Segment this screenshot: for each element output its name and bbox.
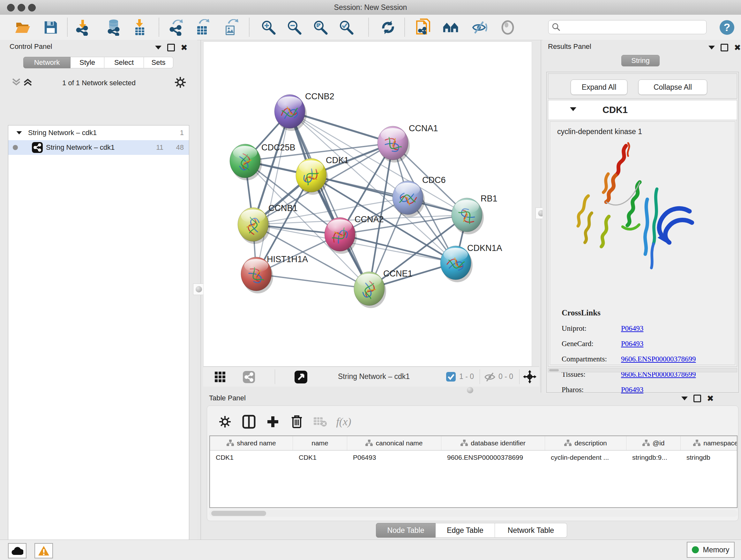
node-RB1[interactable]: RB1 bbox=[452, 194, 497, 234]
export-network-icon[interactable] bbox=[168, 19, 185, 36]
toolbar-separator bbox=[67, 18, 68, 37]
gear-icon[interactable] bbox=[174, 76, 186, 88]
select-columns-icon[interactable] bbox=[240, 413, 258, 431]
tab-node-table[interactable]: Node Table bbox=[376, 523, 435, 538]
results-hscrollbar[interactable] bbox=[548, 368, 737, 372]
refresh-icon[interactable] bbox=[380, 19, 396, 36]
network-row[interactable]: String Network – cdk1 11 48 bbox=[8, 140, 189, 155]
cell-name[interactable]: CDK1 bbox=[293, 450, 347, 464]
crosslink-link[interactable]: P06493 bbox=[621, 324, 643, 333]
column-header-@id[interactable]: @id bbox=[626, 436, 681, 450]
houses-icon[interactable] bbox=[443, 19, 459, 36]
crosslink-link[interactable]: P06493 bbox=[621, 386, 643, 394]
import-network-file-icon[interactable] bbox=[74, 19, 91, 36]
cell-database-identifier[interactable]: 9606.ENSP00000378699 bbox=[441, 450, 545, 464]
panel-menu-icon[interactable] bbox=[709, 46, 715, 50]
network-from-selection-icon[interactable] bbox=[415, 19, 432, 36]
collapse-all-button[interactable]: Collapse All bbox=[638, 79, 707, 95]
float-panel-icon[interactable] bbox=[721, 44, 728, 51]
crosslink-link[interactable]: 9606.ENSP00000378699 bbox=[621, 355, 696, 363]
cell-@id[interactable]: stringdb:9... bbox=[626, 450, 681, 464]
panel-menu-icon[interactable] bbox=[155, 46, 161, 50]
save-session-icon[interactable] bbox=[43, 19, 59, 36]
birdseye-view-icon[interactable] bbox=[294, 371, 307, 383]
results-panel-title: Results Panel bbox=[548, 43, 591, 51]
open-file-icon[interactable] bbox=[14, 19, 30, 36]
export-table-icon[interactable] bbox=[194, 19, 210, 36]
delete-table-icon[interactable] bbox=[311, 413, 329, 431]
cell-description[interactable]: cyclin-dependent ... bbox=[545, 450, 626, 464]
network-selection-status: 1 of 1 Network selected bbox=[38, 79, 159, 87]
tab-sets[interactable]: Sets bbox=[144, 57, 173, 68]
crosslink-link[interactable]: P06493 bbox=[621, 340, 643, 348]
cloud-button[interactable] bbox=[8, 543, 26, 558]
table-hscrollbar[interactable] bbox=[209, 510, 738, 517]
warning-button[interactable] bbox=[35, 543, 53, 558]
float-panel-icon[interactable] bbox=[693, 395, 701, 402]
expand-all-button[interactable]: Expand All bbox=[570, 79, 627, 95]
search-input[interactable] bbox=[548, 20, 706, 34]
results-hscrollbar-thumb[interactable] bbox=[549, 369, 559, 371]
cell-namespace[interactable]: stringdb bbox=[681, 450, 738, 464]
horizontal-splitter-handle[interactable] bbox=[467, 387, 473, 393]
cell-shared-name[interactable]: CDK1 bbox=[210, 450, 293, 464]
collapse-entry-icon[interactable] bbox=[570, 107, 576, 111]
network-collection-row[interactable]: String Network – cdk1 1 bbox=[8, 125, 189, 140]
node-CCNE1[interactable]: CCNE1 bbox=[354, 269, 413, 308]
tab-network-table[interactable]: Network Table bbox=[495, 523, 567, 538]
zoom-selected-icon[interactable] bbox=[338, 19, 354, 36]
view-network-icon[interactable] bbox=[243, 371, 255, 383]
delete-column-icon[interactable] bbox=[288, 413, 306, 431]
view-grid-icon[interactable] bbox=[215, 372, 226, 382]
edge-CCNB2-HIST1H1A[interactable] bbox=[256, 111, 290, 274]
close-panel-icon[interactable]: ✖ bbox=[181, 44, 188, 51]
cell-canonical-name[interactable]: P06493 bbox=[347, 450, 441, 464]
hidden-eye-icon[interactable] bbox=[484, 372, 495, 382]
tab-style[interactable]: Style bbox=[71, 57, 105, 68]
column-header-name[interactable]: name bbox=[293, 436, 347, 450]
collapse-all-icon[interactable] bbox=[11, 78, 22, 86]
column-header-namespace[interactable]: namespace bbox=[681, 436, 738, 450]
column-header-canonical-name[interactable]: canonical name bbox=[347, 436, 441, 450]
eye-icon[interactable] bbox=[499, 19, 516, 36]
tab-select[interactable]: Select bbox=[105, 57, 144, 68]
table-gear-icon[interactable] bbox=[216, 413, 234, 431]
zoom-out-icon[interactable] bbox=[286, 19, 302, 36]
node-HIST1H1A[interactable]: HIST1H1A bbox=[241, 254, 308, 294]
tree-expand-icon[interactable] bbox=[17, 131, 22, 134]
memory-button[interactable]: Memory bbox=[687, 542, 735, 558]
fit-content-icon[interactable] bbox=[523, 370, 536, 383]
column-header-shared-name[interactable]: shared name bbox=[210, 436, 293, 450]
node-CDK1[interactable]: CDK1 bbox=[296, 155, 349, 195]
expand-all-icon[interactable] bbox=[23, 78, 34, 86]
show-hide-icon[interactable] bbox=[471, 19, 488, 36]
tab-string[interactable]: String bbox=[621, 55, 660, 66]
close-panel-icon[interactable]: ✖ bbox=[707, 395, 714, 401]
network-view-canvas[interactable]: CCNB2CCNA1CDC25BCDK1CDC6RB1CCNB1CCNA2CDK… bbox=[203, 42, 532, 367]
node-CDC6[interactable]: CDC6 bbox=[393, 175, 446, 217]
node-CCNB1[interactable]: CCNB1 bbox=[238, 203, 298, 244]
selected-checkbox-icon[interactable] bbox=[446, 372, 456, 381]
table-hscrollbar-thumb[interactable] bbox=[211, 511, 266, 516]
export-image-icon[interactable] bbox=[222, 19, 239, 36]
import-network-database-icon[interactable] bbox=[105, 19, 122, 36]
tab-network[interactable]: Network bbox=[23, 57, 71, 68]
network-graph[interactable]: CCNB2CCNA1CDC25BCDK1CDC6RB1CCNB1CCNA2CDK… bbox=[204, 42, 532, 367]
table-row[interactable]: CDK1CDK1P064939606.ENSP00000378699cyclin… bbox=[210, 450, 737, 464]
zoom-in-icon[interactable] bbox=[260, 19, 277, 36]
add-column-icon[interactable] bbox=[264, 413, 282, 431]
import-table-icon[interactable] bbox=[131, 19, 148, 36]
close-panel-icon[interactable]: ✖ bbox=[734, 44, 741, 51]
panel-menu-icon[interactable] bbox=[681, 396, 688, 400]
left-splitter-handle[interactable] bbox=[193, 284, 205, 295]
column-header-database-identifier[interactable]: database identifier bbox=[441, 436, 545, 450]
help-icon[interactable]: ? bbox=[719, 19, 735, 36]
column-header-description[interactable]: description bbox=[545, 436, 626, 450]
tab-edge-table[interactable]: Edge Table bbox=[435, 523, 495, 538]
edge-HIST1H1A-CCNE1[interactable] bbox=[256, 274, 369, 289]
zoom-fit-icon[interactable] bbox=[312, 19, 329, 36]
float-panel-icon[interactable] bbox=[167, 44, 175, 51]
node-table[interactable]: shared namenamecanonical namedatabase id… bbox=[209, 435, 738, 508]
entry-header[interactable]: CDK1 bbox=[548, 100, 737, 120]
node-CDKN1A[interactable]: CDKN1A bbox=[441, 243, 502, 282]
